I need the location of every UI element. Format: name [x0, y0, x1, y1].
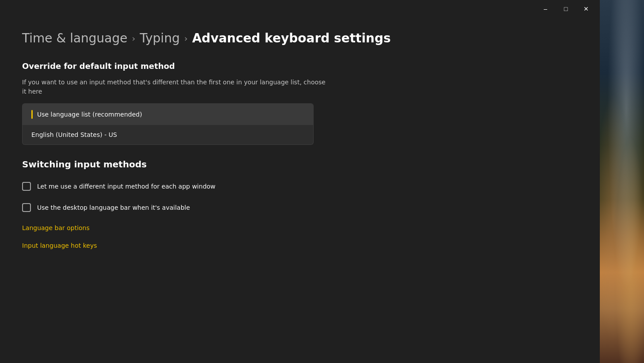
breadcrumb-current: Advanced keyboard settings [192, 31, 391, 45]
dropdown-option-1-label: Use language list (recommended) [37, 111, 142, 118]
accent-bar-icon [31, 110, 33, 119]
breadcrumb-separator-2: › [184, 33, 188, 44]
title-bar: – □ ✕ [0, 0, 600, 18]
override-section: Override for default input method If you… [22, 61, 578, 145]
wallpaper-image [600, 0, 644, 363]
checkbox-row-2: Use the desktop language bar when it's a… [22, 203, 578, 212]
desktop-language-bar-checkbox[interactable] [22, 203, 31, 212]
switching-section: Switching input methods Let me use a dif… [22, 159, 578, 212]
input-language-hot-keys-link[interactable]: Input language hot keys [22, 242, 578, 249]
different-method-label: Let me use a different input method for … [37, 183, 216, 190]
maximize-button[interactable]: □ [556, 2, 576, 16]
switching-section-title: Switching input methods [22, 159, 578, 170]
desktop-language-bar-label: Use the desktop language bar when it's a… [37, 204, 190, 211]
dropdown-option-2[interactable]: English (United States) - US [23, 125, 313, 144]
different-method-checkbox[interactable] [22, 182, 31, 191]
input-method-dropdown[interactable]: Use language list (recommended) English … [22, 103, 314, 145]
language-bar-options-link[interactable]: Language bar options [22, 224, 578, 231]
breadcrumb: Time & language › Typing › Advanced keyb… [22, 31, 578, 45]
dropdown-option-2-label: English (United States) - US [31, 131, 117, 138]
main-window: – □ ✕ Time & language › Typing › Advance… [0, 0, 600, 363]
checkbox-row-1: Let me use a different input method for … [22, 182, 578, 191]
override-description: If you want to use an input method that'… [22, 78, 331, 96]
close-button[interactable]: ✕ [576, 2, 596, 16]
breadcrumb-item-2[interactable]: Typing [140, 31, 180, 45]
breadcrumb-item-1[interactable]: Time & language [22, 31, 128, 45]
side-panel [600, 0, 644, 363]
dropdown-option-1[interactable]: Use language list (recommended) [23, 104, 313, 125]
content-area: Time & language › Typing › Advanced keyb… [0, 18, 600, 363]
minimize-button[interactable]: – [535, 2, 556, 16]
override-section-title: Override for default input method [22, 61, 578, 71]
breadcrumb-separator-1: › [132, 33, 136, 44]
